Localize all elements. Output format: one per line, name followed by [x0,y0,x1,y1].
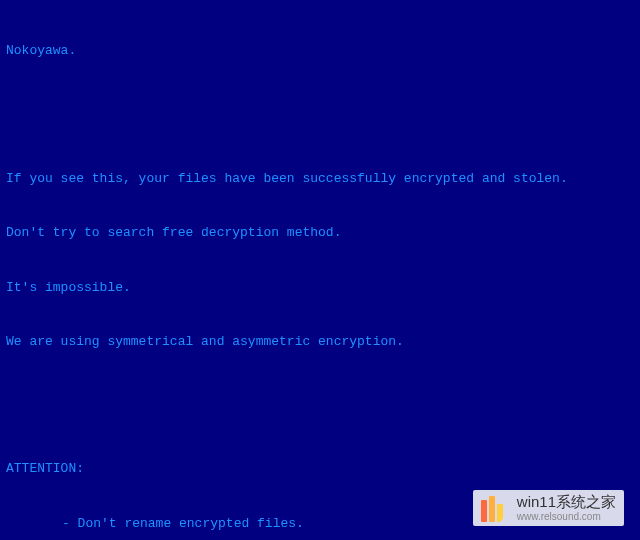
blank-line [6,97,634,115]
watermark-url: www.relsound.com [517,511,616,522]
note-line: We are using symmetrical and asymmetric … [6,333,634,351]
watermark-title: win11系统之家 [517,494,616,511]
watermark: win11系统之家 www.relsound.com [467,486,630,530]
ransom-note: Nokoyawa. If you see this, your files ha… [6,6,634,540]
attention-title: ATTENTION: [6,460,634,478]
watermark-logo-icon [481,494,509,522]
watermark-text: win11系统之家 www.relsound.com [517,494,616,522]
note-line: If you see this, your files have been su… [6,170,634,188]
note-line: Don't try to search free decryption meth… [6,224,634,242]
note-header: Nokoyawa. [6,42,634,60]
watermark-box: win11系统之家 www.relsound.com [473,490,624,526]
blank-line [6,388,634,406]
note-line: It's impossible. [6,279,634,297]
